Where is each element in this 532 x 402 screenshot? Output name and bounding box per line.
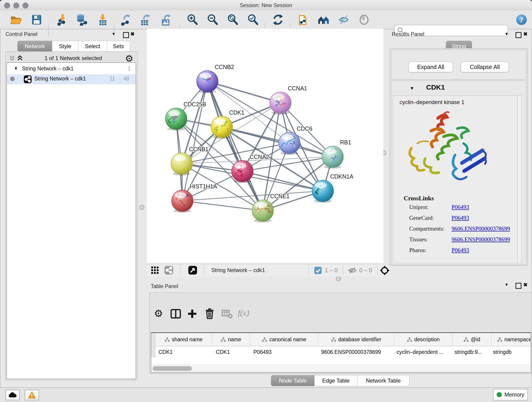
crosslink-label: Uniprot: xyxy=(409,204,429,210)
zoom-out-button[interactable] xyxy=(206,13,219,26)
save-session-button[interactable] xyxy=(30,13,43,26)
network-tree-item-row[interactable]: String Network – cdk1 11 48 xyxy=(7,74,136,84)
gene-section: ▼ CDK1 cyclin–dependent kinase 1 xyxy=(391,80,526,265)
edge-CDK1-RB1[interactable] xyxy=(222,127,333,157)
scrollbar-thumb[interactable] xyxy=(152,366,192,371)
expand-all-icon[interactable] xyxy=(17,55,24,62)
node-label-CCNE1: CCNE1 xyxy=(270,193,290,199)
network-node-CCNA1[interactable]: CCNA1 xyxy=(270,85,307,115)
help-button[interactable]: ? xyxy=(515,13,528,26)
title-bar: Session: New Session xyxy=(0,0,532,11)
column-header-namespace[interactable]: namespace xyxy=(491,333,531,346)
column-header-name[interactable]: name xyxy=(212,333,250,346)
gene-details-box: cyclin–dependent kinase 1 xyxy=(393,95,522,263)
network-canvas[interactable]: CCNB2CCNA1CDC25BCDK1CDC6RB1CCNB1CCNA2CDK… xyxy=(147,29,383,264)
crosslink-value-pharos[interactable]: P06493 xyxy=(452,247,469,254)
network-node-HIST1H1A[interactable]: HIST1H1A xyxy=(172,183,217,213)
export-image-button[interactable] xyxy=(160,13,173,26)
table-panel-menu-icon[interactable]: ▼ xyxy=(505,282,509,287)
crosslink-value-tissues[interactable]: 9606.ENSP00000378699 xyxy=(452,236,510,243)
network-node-CDK1[interactable]: CDK1 xyxy=(211,109,244,139)
string-home-button[interactable] xyxy=(317,13,330,26)
network-node-CCNB2[interactable]: CCNB2 xyxy=(196,64,234,93)
tree-expand-icon[interactable]: ▼ xyxy=(14,66,18,71)
selected-checkbox-icon[interactable] xyxy=(314,267,322,274)
show-all-button[interactable] xyxy=(358,13,370,26)
open-session-button[interactable] xyxy=(10,13,22,26)
collapse-all-button[interactable]: Collapse All xyxy=(461,61,509,72)
control-panel-float-icon[interactable] xyxy=(123,32,129,38)
zoom-in-button[interactable] xyxy=(186,13,199,26)
table-panel-float-icon[interactable] xyxy=(515,283,521,289)
tab-style[interactable]: Style xyxy=(52,41,78,52)
tab-select[interactable]: Select xyxy=(78,41,107,52)
node-label-CDC25B: CDC25B xyxy=(184,101,206,108)
gene-collapse-icon[interactable]: ▼ xyxy=(410,86,414,91)
tab-network[interactable]: Network xyxy=(17,41,52,52)
node-label-CCNB2: CCNB2 xyxy=(215,64,234,70)
node-count: 11 xyxy=(109,76,115,82)
crosslink-value-uniprot[interactable]: P06493 xyxy=(452,204,469,211)
add-column-icon[interactable] xyxy=(187,309,197,319)
cloud-button[interactable] xyxy=(6,390,20,400)
collection-count: 1 xyxy=(128,65,131,72)
results-panel-float-icon[interactable] xyxy=(515,32,521,38)
delete-column-icon[interactable] xyxy=(205,308,215,319)
results-vertical-scrollbar[interactable] xyxy=(517,96,520,263)
results-panel-menu-icon[interactable]: ▼ xyxy=(505,32,509,36)
split-columns-icon[interactable] xyxy=(171,309,181,319)
svg-text:?: ? xyxy=(520,16,523,24)
column-header-database-identifier[interactable]: database identifier xyxy=(318,333,394,346)
share-document-button[interactable] xyxy=(297,13,310,26)
birdseye-view-icon[interactable] xyxy=(188,266,197,274)
import-table-file-button[interactable] xyxy=(96,13,109,26)
control-panel-menu-icon[interactable]: ▼ xyxy=(112,32,116,36)
import-network-database-button[interactable] xyxy=(75,13,88,26)
bottom-splitter-handle[interactable] xyxy=(336,276,341,281)
import-network-file-button[interactable] xyxy=(56,13,69,26)
tab-node-table[interactable]: Node Table xyxy=(271,375,315,386)
edge-CCNB2-CCNA1[interactable] xyxy=(207,81,280,103)
column-header-canonical-name[interactable]: canonical name xyxy=(250,333,318,346)
fit-content-crosshair-icon[interactable] xyxy=(380,266,389,275)
left-splitter-handle[interactable] xyxy=(139,205,144,210)
expand-all-button[interactable]: Expand All xyxy=(408,61,453,72)
edge-count: 48 xyxy=(123,76,129,82)
tab-edge-table[interactable]: Edge Table xyxy=(314,375,357,386)
crosslink-value-compartments[interactable]: 9606.ENSP00000378699 xyxy=(452,225,510,232)
column-header-description[interactable]: description xyxy=(394,333,453,346)
column-header-shared-name[interactable]: shared name xyxy=(155,333,212,346)
edge-CCNB2-HIST1H1A[interactable] xyxy=(182,81,207,201)
network-node-CDKN1A[interactable]: CDKN1A xyxy=(312,173,354,203)
network-tree-root-row[interactable]: ▼ String Network – cdk1 1 xyxy=(7,64,136,74)
string-view-icon[interactable] xyxy=(165,266,173,274)
column-header-id[interactable]: @id xyxy=(453,333,491,346)
tab-sets[interactable]: Sets xyxy=(107,41,130,52)
tab-network-table[interactable]: Network Table xyxy=(357,375,409,386)
warnings-button[interactable] xyxy=(25,390,39,400)
zoom-selected-button[interactable] xyxy=(247,13,259,26)
edge-HIST1H1A-CCNE1[interactable] xyxy=(182,201,263,211)
zoom-fit-button[interactable] xyxy=(226,13,239,26)
protein-structure-image xyxy=(404,109,493,189)
table-settings-gear-icon[interactable]: ⚙ xyxy=(154,307,163,319)
hide-selected-button[interactable] xyxy=(337,13,350,26)
table-row[interactable]: CDK1CDK1P064939606.ENSP00000378699cyclin… xyxy=(155,346,531,358)
table-cell: stringdb xyxy=(489,349,531,355)
refresh-button[interactable] xyxy=(272,13,284,26)
table-panel-close-icon[interactable]: ✖ xyxy=(523,282,527,288)
network-status-dot-icon xyxy=(10,77,15,81)
table-cell: 9606.ENSP00000378699 xyxy=(317,349,393,355)
memory-label: Memory xyxy=(505,391,525,398)
memory-button[interactable]: Memory xyxy=(493,389,528,400)
crosslink-value-genecard[interactable]: P06493 xyxy=(452,215,469,221)
network-node-RB1[interactable]: RB1 xyxy=(321,139,351,169)
results-panel-close-icon[interactable]: ✖ xyxy=(523,31,527,37)
collapse-all-icon[interactable] xyxy=(9,55,16,62)
grid-view-icon[interactable] xyxy=(151,267,159,274)
export-table-button[interactable] xyxy=(139,13,152,26)
edge-CCNB2-CCNE1[interactable] xyxy=(207,81,263,211)
control-panel-close-icon[interactable]: ✖ xyxy=(130,31,134,37)
export-network-button[interactable] xyxy=(120,13,133,26)
network-node-CCNB1[interactable]: CCNB1 xyxy=(171,146,209,176)
